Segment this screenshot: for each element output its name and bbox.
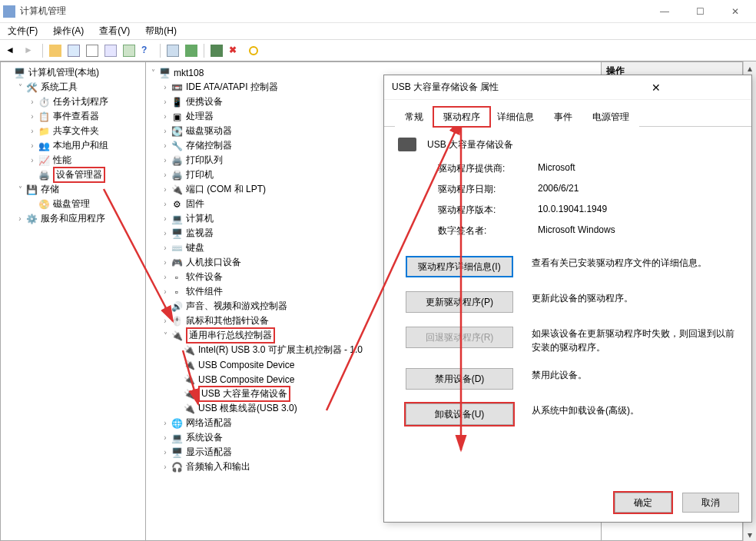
tab-general[interactable]: 常规 (395, 107, 433, 127)
forward-button[interactable]: ► (22, 42, 38, 59)
update-driver-button[interactable]: 更新驱动程序(P) (406, 291, 513, 313)
usb-icon: 🔌 (183, 359, 195, 371)
toolbar-btn-5[interactable] (121, 42, 138, 59)
uninstall-device-button[interactable]: 卸载设备(U) (406, 403, 513, 425)
tree-task-scheduler[interactable]: ›⏱️任务计划程序 (2, 95, 144, 109)
pc-icon: 🖥️ (158, 67, 171, 79)
tree-system-tools[interactable]: ˅🛠️系统工具 (2, 80, 144, 95)
net-icon: 🌐 (171, 417, 183, 430)
ide-icon: 📼 (171, 81, 183, 94)
audio-icon: 🔊 (171, 300, 183, 313)
tab-events[interactable]: 事件 (544, 107, 582, 127)
hid-icon: 🎮 (171, 257, 183, 269)
close-button[interactable]: ✕ (718, 0, 753, 23)
disable-device-desc: 禁用此设备。 (532, 368, 738, 382)
display-icon: 🖥️ (171, 446, 183, 459)
dialog-tabs: 常规 驱动程序 详细信息 事件 电源管理 (384, 100, 751, 127)
help-button[interactable]: ? (139, 42, 156, 59)
scroll-down-icon[interactable]: ▾ (744, 528, 756, 541)
toolbar-btn-7[interactable] (183, 42, 200, 59)
toolbar-btn-8[interactable] (208, 42, 225, 59)
titlebar: 计算机管理 — ☐ ✕ (0, 0, 756, 23)
mon-icon: 🖥️ (171, 227, 183, 240)
driver-info: 驱动程序提供商: Microsoft 驱动程序日期: 2006/6/21 驱动程… (438, 162, 738, 237)
minimize-button[interactable]: — (647, 0, 682, 23)
dialog-titlebar[interactable]: USB 大容量存储设备 属性 ✕ (384, 75, 751, 100)
storage-icon: 💾 (25, 184, 38, 196)
scroll-up-icon[interactable]: ▴ (744, 61, 756, 75)
driver-details-button[interactable]: 驱动程序详细信息(I) (406, 256, 513, 277)
clock-icon: ⏱️ (38, 96, 50, 108)
driver-details-desc: 查看有关已安装驱动程序文件的详细信息。 (532, 256, 738, 270)
menu-view[interactable]: 查看(V) (96, 23, 133, 39)
tab-details[interactable]: 详细信息 (487, 107, 544, 127)
value-provider: Microsoft (538, 162, 738, 175)
device-icon: 🖨️ (38, 169, 50, 181)
cpu-icon: ▣ (171, 111, 183, 123)
rollback-driver-desc: 如果该设备在更新驱动程序时失败，则回退到以前安装的驱动程序。 (532, 327, 738, 354)
users-icon: 👥 (38, 140, 50, 152)
tree-event-viewer[interactable]: ›📋事件查看器 (2, 109, 144, 124)
label-signer: 数字签名者: (438, 224, 538, 237)
portable-icon: 📱 (171, 96, 183, 108)
usb-icon: 🔌 (171, 330, 183, 342)
hdd-icon: 💽 (171, 125, 183, 138)
tree-shared-folders[interactable]: ›📁共享文件夹 (2, 124, 144, 138)
app-icon (3, 5, 15, 18)
window-title: 计算机管理 (20, 5, 647, 18)
tree-performance[interactable]: ›📈性能 (2, 153, 144, 168)
toolbar-btn-2[interactable] (65, 42, 82, 59)
fw-icon: ⚙ (171, 198, 183, 211)
services-icon: ⚙️ (25, 213, 38, 225)
menu-action[interactable]: 操作(A) (50, 23, 87, 39)
left-pane[interactable]: 🖥️计算机管理(本地) ˅🛠️系统工具 ›⏱️任务计划程序 ›📋事件查看器 ›📁… (0, 61, 146, 541)
soft-icon: ▫ (171, 271, 183, 284)
sysdev-icon: 💻 (171, 432, 183, 444)
rollback-driver-button: 回退驱动程序(R) (406, 327, 513, 348)
dialog-footer: 确定 取消 (615, 493, 739, 513)
properties-dialog: USB 大容量存储设备 属性 ✕ 常规 驱动程序 详细信息 事件 电源管理 US… (383, 75, 752, 523)
audioio-icon: 🎧 (171, 461, 183, 473)
tree-services[interactable]: ›⚙️服务和应用程序 (2, 211, 144, 226)
label-provider: 驱动程序提供商: (438, 162, 538, 175)
disk-icon: 📀 (38, 198, 50, 211)
softc-icon: ▫ (171, 286, 183, 298)
tree-storage[interactable]: ˅💾存储 (2, 182, 144, 197)
cancel-button[interactable]: 取消 (682, 493, 739, 513)
share-icon: 📁 (38, 125, 50, 138)
window-controls: — ☐ ✕ (647, 0, 753, 23)
tab-driver[interactable]: 驱动程序 (433, 107, 490, 127)
update-driver-desc: 更新此设备的驱动程序。 (532, 291, 738, 305)
menu-file[interactable]: 文件(F) (5, 23, 41, 39)
device-header: USB 大容量存储设备 (398, 138, 738, 151)
usb-icon: 🔌 (183, 403, 195, 415)
toolbar-btn-3[interactable] (84, 42, 101, 59)
toolbar-btn-6[interactable] (164, 42, 181, 59)
printq-icon: 🖨️ (171, 154, 183, 167)
value-date: 2006/6/21 (538, 183, 738, 196)
toolbar: ◄ ► ? ✖ (0, 40, 756, 61)
value-signer: Microsoft Windows (538, 224, 738, 237)
device-name: USB 大容量存储设备 (427, 138, 513, 151)
back-button[interactable]: ◄ (3, 42, 20, 59)
disable-device-button[interactable]: 禁用设备(D) (406, 368, 513, 390)
maximize-button[interactable]: ☐ (682, 0, 718, 23)
port-icon: 🔌 (171, 184, 183, 196)
tree-local-users[interactable]: ›👥本地用户和组 (2, 138, 144, 153)
tree-disk-mgmt[interactable]: 📀磁盘管理 (2, 197, 144, 211)
tree-root[interactable]: 🖥️计算机管理(本地) (2, 65, 144, 80)
tools-icon: 🛠️ (25, 81, 38, 94)
toolbar-btn-4[interactable] (102, 42, 119, 59)
mouse-icon: 🖱️ (171, 315, 183, 327)
log-icon: 📋 (38, 111, 50, 123)
toolbar-btn-9[interactable]: ✖ (227, 42, 244, 59)
dialog-title: USB 大容量存储设备 属性 (392, 81, 568, 94)
ok-button[interactable]: 确定 (615, 493, 671, 513)
toolbar-btn-10[interactable] (245, 42, 262, 59)
tab-power[interactable]: 电源管理 (582, 107, 639, 127)
dialog-close-button[interactable]: ✕ (568, 81, 744, 94)
tree-device-manager[interactable]: 🖨️设备管理器 (2, 168, 144, 182)
toolbar-btn-1[interactable] (47, 42, 64, 59)
value-version: 10.0.19041.1949 (538, 204, 738, 217)
menu-help[interactable]: 帮助(H) (142, 23, 180, 39)
